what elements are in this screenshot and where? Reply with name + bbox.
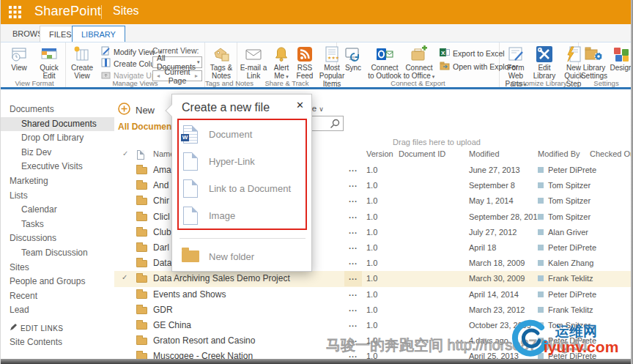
row-menu-ellipsis[interactable]: ...: [344, 225, 362, 240]
row-modified: March 30, 2009: [469, 274, 525, 283]
sidebar-item[interactable]: Drop Off Library: [1, 131, 114, 146]
table-row[interactable]: ✓ Events and Shows ... 1.0 April 14, 201…: [114, 287, 633, 302]
connect-to-office-button[interactable]: Connect to Office▾: [403, 45, 435, 80]
row-modified-by[interactable]: Kalen Zhang: [548, 259, 593, 267]
column-header-document-id[interactable]: Document ID: [399, 149, 445, 158]
row-modified-by[interactable]: Peter DiPrete: [548, 290, 596, 299]
sidebar-item[interactable]: Tasks: [1, 218, 114, 232]
suite-site-link[interactable]: Sites: [113, 4, 139, 18]
row-menu-ellipsis[interactable]: ...: [344, 302, 362, 318]
row-modified: July 27, 2012: [469, 228, 517, 237]
create-view-button[interactable]: Create View: [67, 45, 97, 80]
email-link-button[interactable]: E-mail a Link: [239, 45, 268, 80]
column-header-version[interactable]: Version: [366, 149, 393, 158]
presence-indicator: [538, 275, 544, 281]
export-to-excel-button[interactable]: X Export to Excel: [440, 48, 505, 59]
sidebar-item[interactable]: Biz Dev: [1, 146, 114, 160]
folder-icon: [136, 275, 147, 283]
row-menu-ellipsis[interactable]: ...: [344, 271, 362, 286]
app-launcher-waffle-icon[interactable]: [9, 6, 21, 18]
edit-library-button[interactable]: Edit Library: [533, 45, 556, 80]
row-modified-by[interactable]: Tom Spitzer: [548, 181, 591, 190]
sidebar-item[interactable]: Team Discussion: [1, 246, 114, 261]
suite-app-title[interactable]: SharePoint: [34, 4, 101, 19]
sidebar-item[interactable]: Executive Visits: [1, 160, 114, 174]
row-menu-ellipsis[interactable]: ...: [344, 163, 362, 178]
row-name[interactable]: Club: [153, 227, 171, 237]
sidebar-item[interactable]: Discussions: [1, 231, 114, 246]
close-icon[interactable]: ✕: [296, 100, 304, 111]
row-name[interactable]: Ama: [153, 165, 171, 175]
presence-indicator: [538, 260, 544, 266]
select-all-check-icon[interactable]: ✓: [122, 149, 128, 157]
presence-indicator: [538, 182, 544, 188]
alert-me-button[interactable]: Alert Me▾: [270, 45, 293, 80]
new-folder-option[interactable]: New folder: [172, 244, 313, 269]
sidebar-item[interactable]: People and Groups: [1, 275, 114, 289]
search-icon[interactable]: [330, 119, 340, 132]
pencil-icon: [10, 324, 17, 333]
row-name[interactable]: Graton Resort and Casino: [153, 335, 255, 346]
row-modified-by[interactable]: Peter DiPrete: [548, 243, 596, 252]
sidebar-item[interactable]: Lead: [1, 303, 114, 318]
sidebar-item[interactable]: Shared Documents: [1, 117, 114, 132]
folder-icon: [136, 182, 147, 190]
sidebar-item[interactable]: Documents: [1, 103, 114, 117]
design-button[interactable]: Design: [610, 45, 633, 72]
row-name[interactable]: And: [153, 180, 169, 190]
row-modified-by[interactable]: Peter DiPrete: [548, 166, 596, 174]
row-modified-by[interactable]: Frank Teklitz: [548, 305, 593, 314]
sidebar-item[interactable]: Sites: [1, 261, 114, 275]
table-row[interactable]: ✓ Data Archiving Sales Demo Project ... …: [114, 271, 633, 286]
row-menu-ellipsis[interactable]: ...: [344, 287, 362, 302]
row-menu-ellipsis[interactable]: ...: [344, 240, 362, 256]
row-menu-ellipsis[interactable]: ...: [344, 256, 362, 271]
library-settings-button[interactable]: Library Settings: [580, 45, 608, 80]
row-modified-by[interactable]: Frank Teklitz: [548, 274, 593, 283]
column-header-checked-out-to[interactable]: Checked Out To: [590, 149, 633, 158]
new-file-option[interactable]: Link to a Document: [172, 175, 313, 202]
sidebar-item[interactable]: Lists: [1, 189, 114, 204]
row-version: 1.0: [366, 212, 377, 221]
tab-library[interactable]: LIBRARY: [72, 26, 125, 42]
row-name[interactable]: GE China: [153, 320, 191, 330]
sidebar-item[interactable]: Calendar: [1, 203, 114, 218]
row-name[interactable]: Events and Shows: [153, 289, 226, 300]
ribbon-group-view-format: View Quick Edit View Format: [4, 42, 66, 88]
row-modified-by[interactable]: Alan Griver: [548, 228, 588, 237]
row-modified-by[interactable]: Tom Spitzer: [548, 196, 591, 205]
row-menu-ellipsis[interactable]: ...: [344, 178, 362, 193]
column-header-modified-by[interactable]: Modified By: [538, 149, 580, 158]
row-menu-ellipsis[interactable]: ...: [344, 209, 362, 225]
row-modified: June 27, 2013: [469, 166, 520, 174]
new-file-option[interactable]: Image: [172, 202, 313, 229]
connect-to-outlook-button[interactable]: Connect to Outlook: [368, 45, 401, 80]
row-name[interactable]: Clicl: [153, 212, 170, 222]
sidebar-item[interactable]: Marketing: [1, 174, 114, 189]
row-modified-by[interactable]: Tom Spitzer: [548, 212, 591, 221]
new-document-button[interactable]: New: [118, 103, 155, 118]
row-name[interactable]: Data: [153, 258, 171, 268]
row-version: 1.0: [366, 321, 377, 330]
sidebar-item[interactable]: Recent: [1, 289, 114, 304]
new-file-option[interactable]: Document: [172, 121, 313, 148]
column-header-modified[interactable]: Modified: [469, 149, 500, 158]
view-button[interactable]: View: [7, 45, 32, 72]
quick-edit-button[interactable]: Quick Edit: [34, 45, 64, 80]
edit-links-button[interactable]: EDIT LINKS: [10, 324, 63, 333]
row-name[interactable]: GDR: [153, 305, 173, 315]
view-link-all-documents[interactable]: All Documents: [118, 122, 179, 132]
row-name[interactable]: Darl: [153, 242, 169, 253]
tags-notes-button[interactable]: Tags & Notes: [207, 45, 235, 80]
table-row[interactable]: ✓ GDR ... 1.0 March 23, 2012 Frank Tekli…: [114, 302, 633, 318]
row-name[interactable]: Chir: [153, 196, 169, 206]
sidebar-item-site-contents[interactable]: Site Contents: [10, 337, 62, 347]
row-name[interactable]: Data Archiving Sales Demo Project: [153, 273, 290, 283]
new-file-option[interactable]: Hyper-Link: [172, 148, 313, 175]
rss-feed-button[interactable]: RSS Feed: [295, 45, 315, 80]
page-next-icon[interactable]: ▸: [195, 73, 198, 79]
svg-text:X: X: [441, 50, 445, 56]
row-menu-ellipsis[interactable]: ...: [344, 318, 362, 333]
sync-button[interactable]: Sync: [341, 45, 365, 72]
row-menu-ellipsis[interactable]: ...: [344, 193, 362, 209]
